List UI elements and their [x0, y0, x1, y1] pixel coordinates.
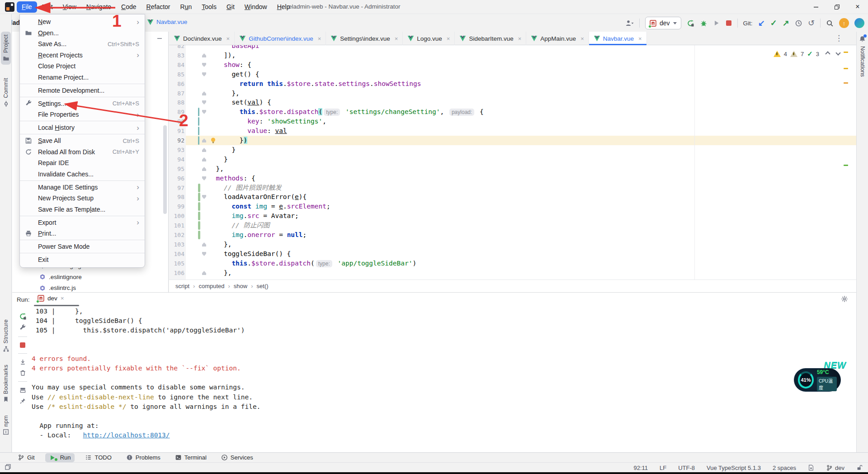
rerun-icon[interactable] — [687, 19, 694, 27]
restore-button[interactable] — [826, 0, 847, 14]
inspections-widget[interactable]: 47✓3 — [774, 50, 840, 58]
tab-close-icon[interactable]: × — [318, 35, 321, 42]
notifications-bell-icon[interactable] — [859, 35, 866, 43]
menu-item-rename-project[interactable]: Rename Project... — [20, 72, 145, 83]
hide-panel-icon[interactable] — [156, 35, 163, 42]
status-git-branch[interactable]: dev — [826, 465, 844, 471]
fold-marker-icon[interactable] — [202, 252, 206, 256]
menu-item-close-project[interactable]: Close Project — [20, 61, 145, 72]
fold-marker-icon[interactable] — [202, 195, 206, 199]
status-indent-gear[interactable] — [808, 465, 814, 471]
tree-item-eslintignore[interactable]: .eslintignore — [39, 274, 82, 280]
toolwindow-button-todo[interactable]: TODO — [81, 453, 115, 462]
pin-icon[interactable] — [19, 398, 26, 404]
run-tab-close-icon[interactable]: × — [61, 295, 64, 302]
run-tab-dev[interactable]: dev× — [38, 295, 64, 302]
assistant-sphere-icon[interactable] — [854, 18, 864, 28]
debug-bug-icon[interactable] — [700, 19, 708, 27]
minimize-button[interactable] — [806, 0, 826, 14]
status-indent[interactable]: 2 spaces — [773, 465, 796, 471]
fold-marker-icon[interactable] — [202, 100, 206, 104]
trash-icon[interactable] — [19, 370, 26, 376]
toolwindow-button-problems[interactable]: Problems — [122, 453, 165, 462]
menu-item-settings[interactable]: Settings...Ctrl+Alt+S — [20, 98, 145, 109]
menu-view[interactable]: View — [58, 1, 81, 13]
clock-history-icon[interactable] — [795, 19, 802, 27]
tab-navbar-vue[interactable]: Navbar.vue× — [589, 32, 647, 45]
tab-sidebaritem-vue[interactable]: SidebarItem.vue× — [455, 32, 526, 45]
tab-doc-index-vue[interactable]: Doc\index.vue× — [169, 32, 235, 45]
intention-bulb-icon[interactable] — [210, 137, 217, 144]
menu-git[interactable]: Git — [222, 1, 240, 13]
fold-marker-icon[interactable] — [202, 271, 206, 275]
tab-close-icon[interactable]: × — [395, 35, 398, 42]
fold-marker-icon[interactable] — [202, 148, 206, 152]
menu-edit[interactable]: Edit — [37, 1, 58, 13]
breadcrumb-computed[interactable]: computed — [198, 283, 224, 289]
run-settings-gear-icon[interactable] — [841, 295, 848, 303]
status-encoding[interactable]: UTF-8 — [678, 465, 695, 471]
file-breadcrumb-chip[interactable]: Navbar.vue — [147, 19, 187, 25]
menu-item-manage-ide-settings[interactable]: Manage IDE Settings› — [20, 182, 145, 193]
fold-marker-icon[interactable] — [202, 176, 206, 180]
ide-logo-icon[interactable] — [5, 2, 14, 12]
menu-item-file-properties[interactable]: File Properties› — [20, 109, 145, 120]
fold-marker-icon[interactable] — [202, 53, 206, 57]
fold-marker-icon[interactable] — [202, 91, 206, 95]
tab-close-icon[interactable]: × — [447, 35, 450, 42]
menu-item-save-as[interactable]: Save As...Ctrl+Shift+S — [20, 38, 145, 50]
sidebar-item-structure[interactable]: Structure — [1, 317, 11, 355]
git-update-icon[interactable]: ↙ — [758, 19, 765, 27]
breadcrumb-show[interactable]: show — [234, 283, 247, 289]
tab-githubcorner-index-vue[interactable]: GithubCorner\index.vue× — [235, 32, 326, 45]
menu-refactor[interactable]: Refactor — [142, 1, 175, 13]
fold-marker-icon[interactable] — [202, 157, 206, 161]
fold-marker-icon[interactable] — [202, 72, 206, 76]
toolwindow-button-run[interactable]: Run — [45, 453, 75, 462]
notifications-label[interactable]: Notifications — [859, 46, 866, 77]
menu-item-power-save-mode[interactable]: Power Save Mode — [20, 241, 145, 252]
tree-item-eslintrc-js[interactable]: .eslintrc.js — [39, 284, 76, 291]
menu-item-repair-ide[interactable]: Repair IDE — [20, 157, 145, 169]
tab-logo-vue[interactable]: Logo.vue× — [403, 32, 455, 45]
sidebar-item-project[interactable]: Project — [1, 32, 11, 65]
tab-options-icon[interactable]: ⋮ — [835, 33, 843, 43]
code-editor[interactable]: 82 baseApi83 ]),84 show: {85 get() {86 r… — [169, 45, 856, 280]
toolwindow-button-services[interactable]: Services — [217, 453, 257, 462]
sidebar-item-npm[interactable]: npm — [1, 412, 11, 438]
run-coverage-icon[interactable] — [713, 19, 720, 27]
menu-item-invalidate-caches[interactable]: Invalidate Caches... — [20, 169, 145, 180]
layout-icon[interactable] — [5, 464, 11, 470]
fold-marker-icon[interactable] — [202, 138, 206, 142]
menu-item-print[interactable]: Print... — [20, 228, 145, 239]
menu-item-save-file-as-template[interactable]: Save File as Template... — [20, 204, 145, 215]
menu-item-local-history[interactable]: Local History› — [20, 122, 145, 133]
user-dropdown-icon[interactable] — [625, 19, 634, 27]
menu-code[interactable]: Code — [116, 1, 141, 13]
menu-item-remote-development[interactable]: Remote Development... — [20, 85, 145, 96]
sidebar-item-commit[interactable]: Commit — [1, 75, 11, 110]
local-url-link[interactable]: http://localhost:8013/ — [83, 431, 170, 439]
tab-close-icon[interactable]: × — [580, 35, 584, 42]
fold-marker-icon[interactable] — [202, 167, 206, 171]
ide-update-icon[interactable]: ↑ — [839, 18, 849, 28]
prev-issue-icon[interactable] — [825, 51, 830, 56]
menu-item-save-all[interactable]: Save AllCtrl+S — [20, 135, 145, 147]
toolwindow-button-terminal[interactable]: Terminal — [171, 453, 211, 462]
menu-item-recent-projects[interactable]: Recent Projects› — [20, 50, 145, 61]
run-config-combo[interactable]: dev — [645, 17, 681, 29]
fold-marker-icon[interactable] — [202, 110, 206, 114]
fold-marker-icon[interactable] — [202, 242, 206, 246]
split-console-icon[interactable] — [19, 387, 26, 393]
breadcrumb-script[interactable]: script — [175, 283, 189, 289]
rerun-icon[interactable] — [19, 313, 27, 320]
run-console[interactable]: 103 | }, 104 | toggleSideBar() { 105 | t… — [32, 307, 868, 452]
status-line_ending[interactable]: LF — [660, 465, 666, 471]
breadcrumb-set[interactable]: set() — [257, 283, 269, 289]
unlock-icon[interactable] — [856, 465, 863, 471]
toolwindow-button-git[interactable]: Git — [14, 453, 39, 462]
menu-window[interactable]: Window — [240, 1, 272, 13]
scroll-end-icon[interactable] — [19, 359, 26, 365]
menu-item-exit[interactable]: Exit — [20, 254, 145, 265]
next-issue-icon[interactable] — [835, 50, 840, 55]
